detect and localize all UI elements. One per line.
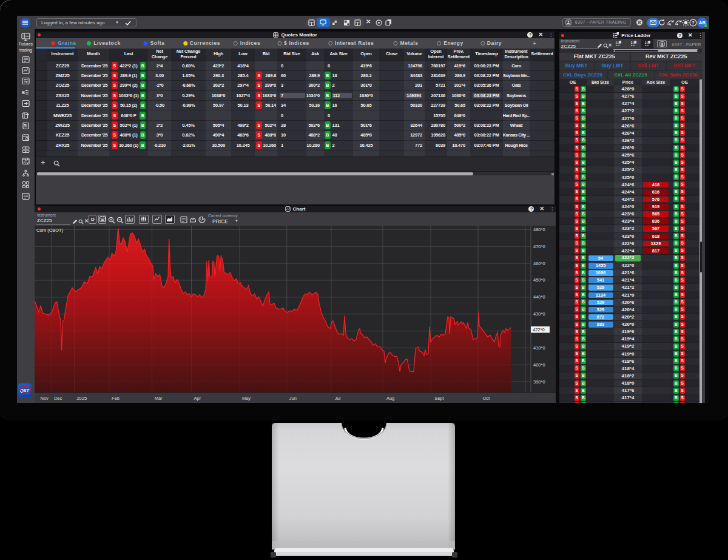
svg-text:430*0: 430*0 — [533, 311, 545, 317]
svg-text:Apr: Apr — [194, 396, 201, 401]
svg-text:470*0: 470*0 — [533, 244, 545, 249]
svg-text:Jul: Jul — [335, 396, 341, 401]
svg-text:2025: 2025 — [76, 396, 87, 401]
svg-text:Sept: Sept — [434, 396, 444, 401]
svg-text:B: B — [22, 90, 25, 95]
svg-text:480*0: 480*0 — [533, 227, 545, 232]
svg-text:Feb: Feb — [112, 396, 120, 401]
svg-text:460*0: 460*0 — [533, 261, 545, 266]
svg-text:?: ? — [692, 20, 695, 25]
svg-text:A: A — [669, 22, 672, 26]
svg-text:410*0: 410*0 — [533, 345, 545, 351]
svg-text:390*0: 390*0 — [533, 379, 545, 385]
svg-text:440*0: 440*0 — [533, 294, 545, 300]
svg-text:May: May — [242, 396, 251, 401]
svg-text:450*0: 450*0 — [533, 277, 545, 283]
svg-text:Dec: Dec — [54, 396, 62, 401]
svg-text:400*0: 400*0 — [533, 362, 545, 368]
svg-text:422*0: 422*0 — [533, 327, 545, 332]
svg-text:Jun: Jun — [289, 396, 297, 401]
svg-text:Oct: Oct — [483, 396, 491, 401]
svg-text:Nov: Nov — [41, 396, 49, 401]
svg-text:Mar: Mar — [155, 396, 163, 401]
svg-text:Aug: Aug — [386, 396, 394, 401]
